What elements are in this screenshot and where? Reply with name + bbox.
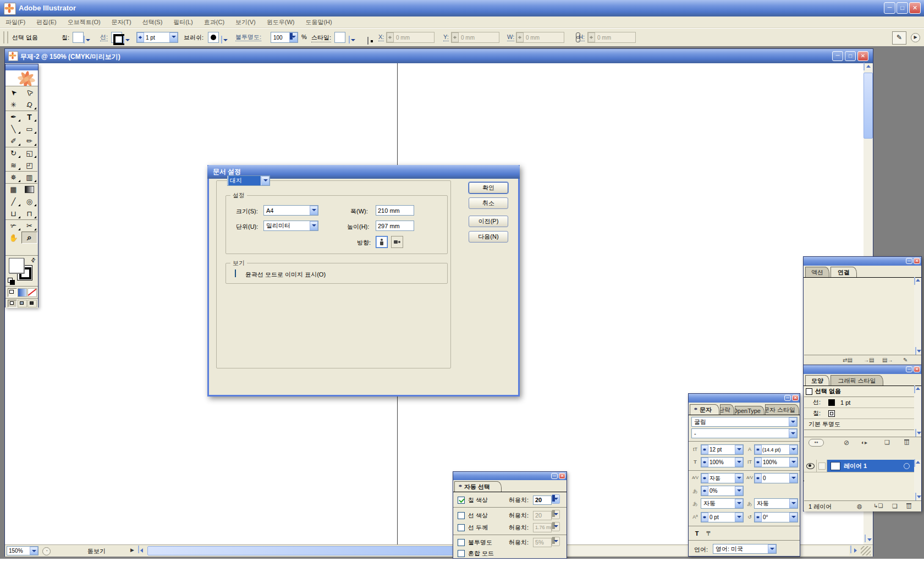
opacity-checkbox[interactable] [458,539,465,546]
magic-wand-titlebar[interactable]: ─ ✕ [453,472,566,480]
free-transform-tool-icon[interactable]: ◰ [21,159,37,171]
opacity-label[interactable]: 불투명도: [235,34,261,41]
zoom-level-combo[interactable]: 150% [7,546,38,555]
resize-grip[interactable] [861,546,871,555]
tab-actions[interactable]: 액션 [805,267,829,277]
links-palette-titlebar[interactable]: ─ ✕ [804,257,921,266]
control-palette-icon[interactable]: ✎ [892,31,906,45]
document-close-button[interactable]: ✕ [857,51,868,61]
menu-object[interactable]: 오브젝트(O) [62,18,106,26]
appearance-scroll-up[interactable] [914,386,915,393]
unit-dropdown[interactable] [310,221,318,230]
appearance-close-button[interactable]: ✕ [914,366,920,372]
leading-dropdown[interactable] [789,445,798,454]
opacity-field[interactable]: 100 [271,32,298,43]
stroke-swatch[interactable] [111,32,122,43]
fill-dropdown-button[interactable] [84,36,85,43]
new-layer-icon[interactable]: ❏ [892,503,898,510]
menu-effect[interactable]: 효과(C) [199,18,230,26]
next-button[interactable]: 다음(N) [469,231,508,243]
new-item-icon[interactable]: ❏ [884,439,890,446]
tracking-dropdown[interactable] [789,474,798,483]
height-field[interactable]: 297 mm [376,221,414,231]
column-graph-tool-icon[interactable]: ▥ [21,171,37,183]
status-popup-icon[interactable]: ◔ [42,547,51,555]
brush-dropdown-button[interactable] [221,36,222,43]
scroll-left-button[interactable] [138,546,139,553]
tracking-combo[interactable]: 0 [754,473,798,483]
fill-tolerance-slider-button[interactable] [552,494,560,504]
appearance-row-stroke[interactable]: 선: 1 pt [804,397,914,408]
type-tool-icon[interactable]: T [21,111,37,123]
mesh-tool-icon[interactable]: ▦ [6,183,21,195]
appearance-row-transparency[interactable]: 기본 투명도 [804,419,914,430]
stroke-weight-checkbox[interactable] [458,524,465,531]
aki-right-dropdown[interactable] [789,499,798,508]
rectangle-tool-icon[interactable]: ▭ [21,123,37,135]
tab-magic-wand[interactable]: 자동 선택 [454,481,502,492]
fill-color-checkbox[interactable] [458,497,465,504]
slice-tool-icon[interactable]: ✃ [6,219,21,232]
baseline-shift-spinner[interactable] [701,513,708,522]
eyedropper-tool-icon[interactable]: ╱ [6,195,21,207]
scissors-tool-icon[interactable]: ✂ [21,219,37,232]
blend-tool-icon[interactable]: ◎ [21,195,37,207]
w-label[interactable]: W: [507,34,514,41]
zoom-level-dropdown[interactable] [30,547,38,555]
fill-tolerance-field[interactable]: 20 [533,496,552,505]
horizontal-scale-combo[interactable]: 100% [701,457,744,467]
update-link-icon[interactable]: ▤→ [882,357,893,363]
vertical-scale-dropdown[interactable] [789,458,798,467]
live-paint-bucket-tool-icon[interactable]: ⊔ [6,207,21,219]
blend-mode-checkbox[interactable] [458,550,465,557]
aki-right-combo[interactable]: 자동 [754,498,798,509]
character-minimize-button[interactable]: ─ [784,395,791,401]
outline-view-checkbox[interactable] [235,269,236,277]
layer-visibility-cell[interactable] [804,460,817,472]
new-sublayer-icon[interactable]: ↳❏ [873,503,883,509]
horizontal-scroll-thumb[interactable] [147,546,455,555]
aki-left-dropdown[interactable] [735,499,743,508]
appearance-palette-titlebar[interactable]: ─ ✕ [804,365,921,374]
font-style-combo[interactable]: - [691,428,798,438]
edit-original-icon[interactable]: ✎ [903,357,908,363]
y-label[interactable]: Y: [443,34,449,41]
full-screen-mode-button[interactable] [28,300,37,307]
swap-fill-stroke-icon[interactable]: ⇄ [29,256,37,264]
links-scrollbar[interactable] [914,278,921,355]
relink-icon[interactable]: ⇄▤ [843,357,853,363]
leading-spinner[interactable] [755,445,762,454]
scroll-down-button[interactable] [865,535,866,542]
tsume-spinner[interactable] [701,486,708,496]
stroke-label[interactable]: 선: [100,34,108,41]
baseline-shift-dropdown[interactable] [735,513,743,522]
symbol-sprayer-tool-icon[interactable]: ✵ [6,171,21,183]
lasso-tool-icon[interactable]: Ω [21,98,37,111]
gradient-tool-icon[interactable] [21,183,37,195]
reference-point-icon[interactable] [367,37,369,45]
menu-help[interactable]: 도움말(H) [300,18,337,26]
language-combo[interactable]: 영어: 미국 [713,544,777,554]
aki-left-combo[interactable]: 자동 [701,498,744,509]
appearance-row-no-selection[interactable]: 선택 없음 [804,386,914,397]
links-close-button[interactable]: ✕ [914,258,920,264]
links-scroll-down[interactable] [915,347,916,355]
section-selector-combo[interactable]: 대지 [227,175,270,186]
direct-selection-tool-icon[interactable]: ➤ [21,86,37,98]
reduce-appearance-button[interactable]: ●● [809,439,824,447]
clipping-mask-icon[interactable]: ◍ [857,503,862,510]
font-style-dropdown[interactable] [789,429,797,438]
character-close-button[interactable]: ✕ [792,395,799,401]
font-size-combo[interactable]: 12 pt [701,444,744,455]
pencil-tool-icon[interactable]: ✏ [21,135,37,147]
line-segment-tool-icon[interactable]: ╲ [6,123,21,135]
style-dropdown-button[interactable] [349,36,350,43]
magic-wand-minimize-button[interactable]: ─ [551,473,558,479]
control-bar-grip[interactable] [3,31,8,43]
font-size-spinner[interactable] [701,445,708,454]
appearance-trash-icon[interactable]: Ш [904,439,909,445]
links-minimize-button[interactable]: ─ [906,258,912,264]
menu-type[interactable]: 문자(T) [106,18,137,26]
stroke-color-checkbox[interactable] [458,512,465,519]
menu-filter[interactable]: 필터(L) [168,18,198,26]
